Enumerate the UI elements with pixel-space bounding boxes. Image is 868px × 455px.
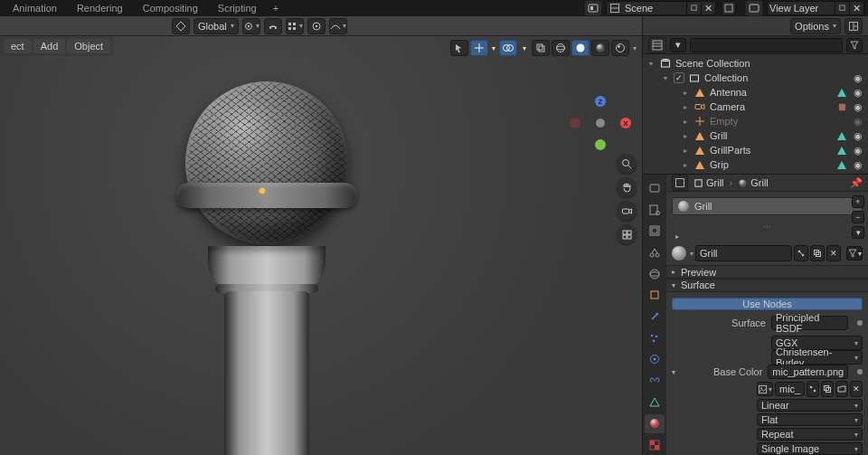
overlay-visibility-toggle[interactable] — [499, 40, 517, 56]
visibility-toggle[interactable]: ◉ — [852, 72, 864, 84]
image-browse-button[interactable]: ▾ — [757, 382, 773, 396]
disclosure-icon[interactable]: ▸ — [681, 89, 690, 97]
nav-gizmo-center[interactable] — [596, 118, 605, 128]
tab-animation[interactable]: Animation — [4, 1, 66, 15]
new-scene-button[interactable] — [722, 1, 736, 15]
subsurface-method-dropdown[interactable]: Christensen-Burley▾ — [771, 350, 863, 365]
visibility-toggle[interactable]: ◉ — [852, 159, 864, 171]
outliner-filter[interactable] — [846, 38, 863, 52]
nav-gizmo[interactable]: Z X — [575, 98, 626, 148]
outliner-item-antenna[interactable]: ▸ Antenna ◉ — [643, 85, 868, 100]
visibility-toggle[interactable]: ◉ — [852, 130, 864, 142]
material-filter[interactable]: ▾ — [846, 246, 863, 261]
visibility-toggle[interactable]: ◉ — [852, 116, 864, 128]
properties-editor-icon[interactable] — [672, 175, 688, 191]
projection-dropdown[interactable]: Flat▾ — [757, 413, 863, 426]
prop-tab-object[interactable] — [645, 285, 665, 305]
proportional-edit-toggle[interactable] — [307, 18, 326, 34]
image-unlink-button[interactable]: ✕ — [850, 381, 863, 397]
image-users-button[interactable] — [807, 381, 819, 397]
image-copy-button[interactable] — [821, 381, 834, 397]
surface-shader-dropdown[interactable]: Principled BSDF — [771, 316, 848, 330]
options-dropdown[interactable]: Options ▾ — [790, 18, 841, 34]
axis-z[interactable]: Z — [595, 96, 606, 107]
gizmo-visibility-toggle[interactable] — [470, 40, 488, 56]
shading-wireframe[interactable] — [552, 40, 570, 56]
visibility-toggle[interactable]: ◉ — [852, 87, 864, 99]
disclosure-icon[interactable]: ▾ — [661, 74, 670, 82]
section-preview[interactable]: ▸Preview — [666, 265, 868, 279]
prop-tab-constraints[interactable] — [645, 371, 665, 391]
scene-pin-button[interactable] — [686, 2, 701, 14]
slot-expand-icon[interactable]: ▸ — [675, 232, 679, 241]
slot-add-button[interactable]: + — [852, 195, 864, 208]
viewlayer-delete-button[interactable]: ✕ — [849, 2, 863, 14]
slot-menu-button[interactable]: ▾ — [852, 226, 864, 239]
outliner-item-grill[interactable]: ▸ Grill ◉ — [643, 128, 868, 143]
shading-solid[interactable] — [571, 40, 590, 56]
slot-scrollbar[interactable]: ··· — [666, 221, 868, 232]
expand-icon[interactable]: ▾ — [672, 368, 679, 376]
tab-rendering[interactable]: Rendering — [68, 1, 132, 15]
outliner-display-mode[interactable]: ▾ — [670, 38, 686, 52]
prop-tab-scene[interactable] — [645, 242, 665, 262]
prop-tab-particles[interactable] — [645, 328, 665, 348]
selectability-toggle[interactable] — [450, 40, 468, 56]
shading-matprev[interactable] — [591, 40, 609, 56]
collection-enable-checkbox[interactable] — [674, 72, 684, 83]
use-nodes-button[interactable]: Use Nodes — [672, 298, 863, 311]
prop-tab-render[interactable] — [645, 178, 665, 198]
prop-tab-material[interactable] — [645, 414, 665, 434]
outliner-item-grip[interactable]: ▸ Grip ◉ — [643, 157, 868, 172]
node-socket-icon[interactable] — [857, 369, 863, 374]
prop-tab-modifiers[interactable] — [645, 307, 665, 327]
outliner-editor-icon[interactable] — [648, 37, 666, 53]
prop-tab-viewlayer[interactable] — [645, 221, 665, 241]
camera-view-tool[interactable] — [617, 201, 637, 221]
outliner-item-grillparts[interactable]: ▸ GrillParts ◉ — [643, 143, 868, 157]
select-menu[interactable]: ect — [4, 39, 32, 53]
material-name-input[interactable]: Grill — [695, 245, 792, 261]
material-slot[interactable]: Grill — [672, 197, 863, 215]
outliner-item-empty[interactable]: ▸ Empty ◉ — [643, 114, 868, 128]
tab-scripting[interactable]: Scripting — [209, 1, 266, 15]
perspective-toggle-tool[interactable] — [617, 224, 637, 244]
shading-rendered[interactable] — [611, 40, 629, 56]
scene-name-input[interactable] — [623, 2, 686, 14]
outliner-collection[interactable]: ▾ Collection ◉ — [643, 71, 868, 85]
disclosure-icon[interactable]: ▸ — [681, 132, 690, 140]
axis-neg-x[interactable] — [570, 118, 580, 128]
visibility-toggle[interactable]: ◉ — [852, 145, 864, 156]
prop-tab-world[interactable] — [645, 264, 665, 284]
disclosure-icon[interactable]: ▸ — [681, 147, 690, 155]
orientation-icon[interactable] — [172, 18, 190, 34]
image-name-input[interactable]: mic_ — [775, 382, 805, 396]
prop-tab-data[interactable] — [645, 393, 665, 412]
slot-remove-button[interactable]: − — [852, 211, 864, 223]
node-socket-icon[interactable] — [857, 320, 863, 326]
image-open-button[interactable] — [835, 381, 848, 397]
scene-field[interactable]: ✕ — [606, 1, 716, 15]
axis-x[interactable]: X — [620, 118, 631, 128]
axis-y[interactable] — [595, 139, 606, 150]
disclosure-icon[interactable]: ▸ — [681, 161, 690, 169]
disclosure-icon[interactable]: ▸ — [681, 118, 690, 126]
object-menu[interactable]: Object — [67, 39, 110, 53]
breadcrumb-material[interactable]: Grill — [738, 177, 769, 188]
outliner-scene-collection[interactable]: ▾ Scene Collection — [643, 56, 868, 71]
tab-compositing[interactable]: Compositing — [134, 1, 207, 15]
pin-icon[interactable]: 📌 — [850, 177, 863, 189]
orientation-dropdown[interactable]: Global ▾ — [193, 18, 239, 34]
outliner-item-camera[interactable]: ▸ Camera ◉ — [643, 100, 868, 114]
prop-tab-physics[interactable] — [645, 350, 665, 370]
source-dropdown[interactable]: Single Image▾ — [757, 442, 863, 455]
interpolation-dropdown[interactable]: Linear▾ — [757, 399, 863, 412]
outliner[interactable]: ▾ Scene Collection ▾ Collection ◉ ▸ Ante… — [643, 54, 868, 174]
prop-tab-output[interactable] — [645, 200, 665, 220]
browse-viewlayer-icon[interactable] — [745, 0, 763, 16]
material-nodes-icon[interactable] — [794, 245, 808, 261]
snap-element-dropdown[interactable]: ▾ — [286, 18, 304, 34]
xray-toggle[interactable] — [532, 40, 550, 56]
add-workspace-button[interactable]: + — [268, 1, 284, 15]
viewlayer-field[interactable]: ✕ — [767, 1, 864, 15]
